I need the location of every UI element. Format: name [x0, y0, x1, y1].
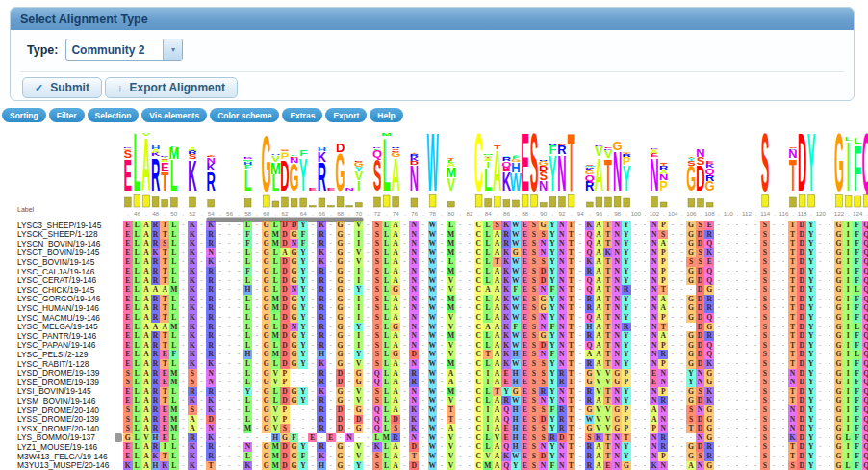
residue-cell[interactable]: G — [834, 257, 844, 267]
residue-cell[interactable]: S — [760, 295, 770, 304]
residue-cell[interactable]: N — [650, 442, 659, 452]
residue-cell[interactable]: V — [271, 369, 281, 379]
residue-cell[interactable]: D — [280, 350, 290, 359]
residue-cell[interactable]: K — [501, 452, 511, 461]
residue-cell[interactable]: N — [650, 433, 659, 443]
gap-cell[interactable]: - — [345, 221, 354, 230]
residue-cell[interactable]: S — [372, 239, 382, 248]
gap-cell[interactable]: - — [668, 415, 677, 425]
residue-cell[interactable]: N — [650, 295, 659, 304]
gap-cell[interactable]: - — [714, 359, 724, 369]
residue-cell[interactable]: F — [548, 405, 557, 415]
gap-cell[interactable]: - — [751, 378, 760, 387]
gap-cell[interactable]: - — [437, 303, 447, 313]
gap-cell[interactable]: - — [336, 433, 345, 443]
residue-cell[interactable]: W — [511, 257, 521, 267]
gap-cell[interactable]: - — [714, 350, 724, 359]
residue-cell[interactable]: D — [797, 461, 806, 470]
residue-cell[interactable]: E — [123, 267, 133, 276]
gap-cell[interactable]: - — [216, 452, 225, 461]
gap-cell[interactable]: - — [455, 387, 465, 397]
residue-cell[interactable]: N — [788, 405, 798, 415]
gap-cell[interactable]: - — [779, 341, 788, 351]
residue-cell[interactable]: T — [447, 405, 456, 415]
residue-cell[interactable]: E — [160, 433, 169, 443]
residue-cell[interactable]: R — [585, 267, 595, 276]
residue-cell[interactable]: G — [336, 461, 345, 470]
residue-cell[interactable]: A — [391, 378, 400, 387]
gap-cell[interactable]: - — [437, 248, 447, 258]
residue-cell[interactable]: W — [428, 313, 438, 323]
residue-cell[interactable]: L — [271, 323, 281, 332]
gap-cell[interactable]: - — [751, 396, 760, 405]
residue-cell[interactable]: N — [409, 248, 419, 258]
gap-cell[interactable]: - — [216, 230, 225, 240]
gap-cell[interactable]: - — [742, 442, 752, 452]
residue-cell[interactable]: S — [686, 405, 696, 415]
residue-cell[interactable]: P — [658, 267, 668, 276]
gap-cell[interactable]: - — [677, 341, 687, 351]
gap-cell[interactable]: - — [363, 230, 372, 240]
residue-cell[interactable]: N — [650, 396, 659, 405]
residue-cell[interactable]: Q — [585, 285, 595, 295]
gap-cell[interactable]: - — [631, 350, 641, 359]
gap-cell[interactable]: - — [437, 350, 447, 359]
residue-cell[interactable]: A — [141, 257, 151, 267]
gap-cell[interactable]: - — [668, 267, 677, 276]
residue-cell[interactable]: F — [243, 239, 253, 248]
gap-cell[interactable]: - — [216, 267, 225, 276]
residue-cell[interactable]: F — [511, 323, 521, 332]
gap-cell[interactable]: - — [197, 303, 207, 313]
residue-cell[interactable]: I — [483, 424, 493, 433]
gap-cell[interactable]: - — [724, 387, 733, 397]
residue-cell[interactable]: S — [372, 248, 382, 258]
gap-cell[interactable]: - — [363, 331, 372, 341]
menu-item-filter[interactable]: Filter — [49, 108, 85, 122]
gap-cell[interactable]: - — [770, 452, 779, 461]
residue-cell[interactable]: W — [511, 303, 521, 313]
residue-cell[interactable]: I — [843, 313, 853, 323]
residue-cell[interactable]: L — [382, 239, 392, 248]
residue-cell[interactable]: L — [382, 387, 392, 397]
residue-cell[interactable]: E — [521, 461, 530, 470]
gap-cell[interactable]: - — [465, 248, 474, 258]
gap-cell[interactable]: - — [465, 313, 474, 323]
residue-cell[interactable]: F — [511, 285, 521, 295]
gap-cell[interactable]: - — [216, 461, 225, 470]
gap-cell[interactable]: - — [455, 433, 465, 443]
residue-cell[interactable]: Y — [622, 221, 631, 230]
residue-cell[interactable]: S — [529, 433, 539, 443]
residue-cell[interactable]: L — [169, 433, 179, 443]
residue-cell[interactable]: M — [271, 350, 281, 359]
alignment-row[interactable]: ELARTL-K-R---F-GMDGF-R-G-I-SLA-N-W-M--CL… — [123, 230, 868, 240]
residue-cell[interactable]: G — [262, 369, 271, 379]
residue-cell[interactable]: S — [529, 442, 539, 452]
gap-cell[interactable]: - — [575, 415, 585, 425]
residue-cell[interactable]: W — [428, 239, 438, 248]
gap-cell[interactable]: - — [345, 341, 354, 351]
residue-cell[interactable]: Q — [862, 433, 868, 443]
residue-cell[interactable]: R — [151, 341, 161, 351]
residue-cell[interactable]: R — [548, 433, 557, 443]
gap-cell[interactable]: - — [419, 359, 428, 369]
residue-cell[interactable]: F — [853, 424, 862, 433]
residue-cell[interactable]: K — [317, 387, 326, 397]
residue-cell[interactable]: F — [853, 276, 862, 286]
residue-cell[interactable]: Q — [862, 239, 868, 248]
residue-cell[interactable]: Y — [806, 452, 816, 461]
residue-cell[interactable]: V — [354, 221, 364, 230]
residue-cell[interactable]: L — [133, 405, 142, 415]
residue-cell[interactable]: R — [557, 424, 567, 433]
residue-cell[interactable]: E — [326, 433, 336, 443]
gap-cell[interactable]: - — [686, 285, 696, 295]
gap-cell[interactable]: - — [631, 295, 641, 304]
gap-cell[interactable]: - — [732, 285, 742, 295]
residue-cell[interactable]: I — [354, 303, 364, 313]
residue-cell[interactable]: A — [391, 295, 400, 304]
residue-cell[interactable]: I — [843, 257, 853, 267]
gap-cell[interactable]: - — [363, 415, 372, 425]
gap-cell[interactable]: - — [751, 452, 760, 461]
residue-cell[interactable]: D — [280, 313, 290, 323]
gap-cell[interactable]: - — [400, 405, 410, 415]
residue-cell[interactable]: Q — [585, 276, 595, 286]
